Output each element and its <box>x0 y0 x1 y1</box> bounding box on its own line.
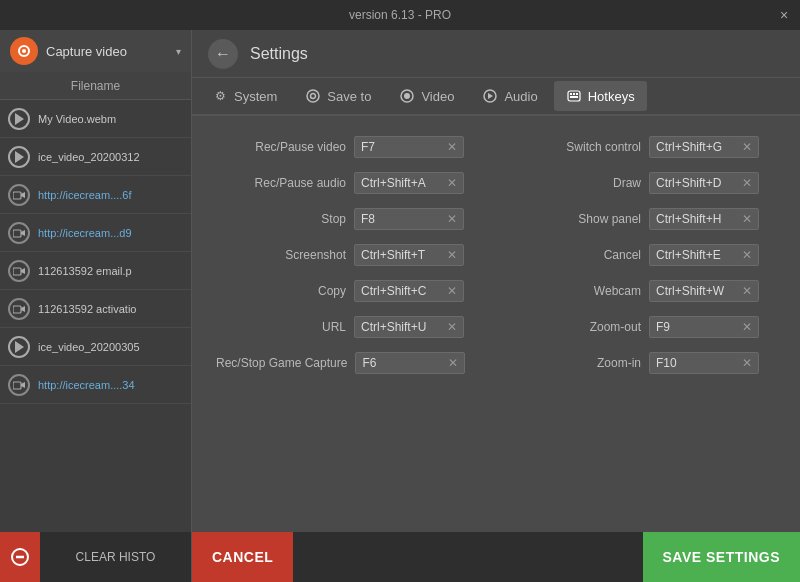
hotkey-value-rec-stop-game: F6 <box>362 356 376 370</box>
system-icon: ⚙ <box>212 88 228 104</box>
hotkey-input-draw[interactable]: Ctrl+Shift+D ✕ <box>649 172 759 194</box>
hotkey-input-switch-control[interactable]: Ctrl+Shift+G ✕ <box>649 136 759 158</box>
list-item[interactable]: http://icecream...d9 <box>0 214 191 252</box>
hotkey-value-switch-control: Ctrl+Shift+G <box>656 140 722 154</box>
svg-rect-20 <box>573 93 575 95</box>
audio-icon <box>482 88 498 104</box>
sidebar: Capture video ▾ Filename My Video.webm i… <box>0 30 192 532</box>
back-arrow-icon: ← <box>215 45 231 63</box>
hotkey-input-copy[interactable]: Ctrl+Shift+C ✕ <box>354 280 464 302</box>
hotkey-input-rec-stop-game[interactable]: F6 ✕ <box>355 352 465 374</box>
hotkey-input-show-panel[interactable]: Ctrl+Shift+H ✕ <box>649 208 759 230</box>
tab-system[interactable]: ⚙ System <box>200 81 289 111</box>
hotkey-value-url: Ctrl+Shift+U <box>361 320 426 334</box>
tab-video[interactable]: Video <box>387 81 466 111</box>
tab-saveto[interactable]: Save to <box>293 81 383 111</box>
list-item[interactable]: My Video.webm <box>0 100 191 138</box>
dropdown-arrow-icon[interactable]: ▾ <box>176 46 181 57</box>
settings-header: ← Settings <box>192 30 800 78</box>
capture-icon <box>10 37 38 65</box>
svg-marker-17 <box>488 93 493 99</box>
file-link[interactable]: http://icecream....6f <box>38 189 132 201</box>
clear-histo-label[interactable]: CLEAR HISTO <box>40 550 191 564</box>
hotkey-row-url: URL Ctrl+Shift+U ✕ <box>216 316 481 338</box>
hotkey-value-stop: F8 <box>361 212 375 226</box>
hotkey-label-zoom-in: Zoom-in <box>511 356 641 370</box>
list-item[interactable]: 112613592 email.p <box>0 252 191 290</box>
svg-marker-11 <box>21 382 25 388</box>
top-bar: version 6.13 - PRO × <box>0 0 800 30</box>
hotkey-input-zoom-in[interactable]: F10 ✕ <box>649 352 759 374</box>
hotkey-value-webcam: Ctrl+Shift+W <box>656 284 724 298</box>
hotkey-input-zoom-out[interactable]: F9 ✕ <box>649 316 759 338</box>
file-name: My Video.webm <box>38 113 116 125</box>
hotkey-label-screenshot: Screenshot <box>216 248 346 262</box>
hotkey-input-recpause-audio[interactable]: Ctrl+Shift+A ✕ <box>354 172 464 194</box>
hotkey-clear-rec-stop-game[interactable]: ✕ <box>448 356 458 370</box>
list-item[interactable]: ice_video_20200305 <box>0 328 191 366</box>
svg-point-1 <box>22 49 26 53</box>
hotkey-clear-copy[interactable]: ✕ <box>447 284 457 298</box>
hotkey-clear-switch-control[interactable]: ✕ <box>742 140 752 154</box>
hotkey-input-stop[interactable]: F8 ✕ <box>354 208 464 230</box>
hotkey-label-zoom-out: Zoom-out <box>511 320 641 334</box>
hotkey-input-webcam[interactable]: Ctrl+Shift+W ✕ <box>649 280 759 302</box>
camera-icon <box>8 298 30 320</box>
tab-system-label: System <box>234 89 277 104</box>
svg-rect-21 <box>576 93 578 95</box>
hotkey-clear-draw[interactable]: ✕ <box>742 176 752 190</box>
sidebar-header: Capture video ▾ <box>0 30 191 72</box>
svg-rect-19 <box>570 93 572 95</box>
tab-audio-label: Audio <box>504 89 537 104</box>
clear-histo-icon-button[interactable] <box>0 532 40 582</box>
list-item[interactable]: http://icecream....34 <box>0 366 191 404</box>
hotkey-input-url[interactable]: Ctrl+Shift+U ✕ <box>354 316 464 338</box>
camera-icon <box>8 374 30 396</box>
hotkey-clear-zoom-out[interactable]: ✕ <box>742 320 752 334</box>
hotkey-row-recpause-video: Rec/Pause video F7 ✕ <box>216 136 481 158</box>
svg-rect-4 <box>13 230 21 237</box>
hotkey-clear-stop[interactable]: ✕ <box>447 212 457 226</box>
tabs-bar: ⚙ System Save to Video Audio <box>192 78 800 116</box>
cancel-button[interactable]: CANCEL <box>192 532 293 582</box>
hotkey-input-screenshot[interactable]: Ctrl+Shift+T ✕ <box>354 244 464 266</box>
capture-label: Capture video <box>46 44 168 59</box>
file-name: ice_video_20200312 <box>38 151 140 163</box>
hotkey-value-recpause-audio: Ctrl+Shift+A <box>361 176 426 190</box>
hotkey-clear-recpause-video[interactable]: ✕ <box>447 140 457 154</box>
hotkey-clear-screenshot[interactable]: ✕ <box>447 248 457 262</box>
play-icon <box>8 336 30 358</box>
main-content: ← Settings ⚙ System Save to Video <box>192 30 800 532</box>
hotkey-input-recpause-video[interactable]: F7 ✕ <box>354 136 464 158</box>
hotkey-clear-cancel[interactable]: ✕ <box>742 248 752 262</box>
close-button[interactable]: × <box>776 7 792 23</box>
filename-column-header: Filename <box>0 72 191 100</box>
back-button[interactable]: ← <box>208 39 238 69</box>
hotkey-clear-show-panel[interactable]: ✕ <box>742 212 752 226</box>
hotkey-row-rec-stop-game: Rec/Stop Game Capture F6 ✕ <box>216 352 481 374</box>
list-item[interactable]: 112613592 activatio <box>0 290 191 328</box>
file-name: 112613592 activatio <box>38 303 136 315</box>
hotkey-clear-zoom-in[interactable]: ✕ <box>742 356 752 370</box>
svg-point-12 <box>307 90 319 102</box>
camera-svg <box>17 44 31 58</box>
svg-point-15 <box>404 93 410 99</box>
hotkey-value-cancel: Ctrl+Shift+E <box>656 248 721 262</box>
hotkey-row-webcam: Webcam Ctrl+Shift+W ✕ <box>511 280 776 302</box>
list-item[interactable]: ice_video_20200312 <box>0 138 191 176</box>
tab-hotkeys[interactable]: Hotkeys <box>554 81 647 111</box>
hotkey-input-cancel[interactable]: Ctrl+Shift+E ✕ <box>649 244 759 266</box>
hotkey-clear-webcam[interactable]: ✕ <box>742 284 752 298</box>
hotkey-clear-recpause-audio[interactable]: ✕ <box>447 176 457 190</box>
tab-saveto-label: Save to <box>327 89 371 104</box>
file-link[interactable]: http://icecream...d9 <box>38 227 132 239</box>
file-link[interactable]: http://icecream....34 <box>38 379 135 391</box>
tab-hotkeys-label: Hotkeys <box>588 89 635 104</box>
list-item[interactable]: http://icecream....6f <box>0 176 191 214</box>
hotkey-label-cancel: Cancel <box>511 248 641 262</box>
tab-audio[interactable]: Audio <box>470 81 549 111</box>
save-settings-button[interactable]: SAVE SETTINGS <box>643 532 800 582</box>
hotkey-label-recpause-audio: Rec/Pause audio <box>216 176 346 190</box>
hotkey-clear-url[interactable]: ✕ <box>447 320 457 334</box>
camera-icon <box>8 260 30 282</box>
